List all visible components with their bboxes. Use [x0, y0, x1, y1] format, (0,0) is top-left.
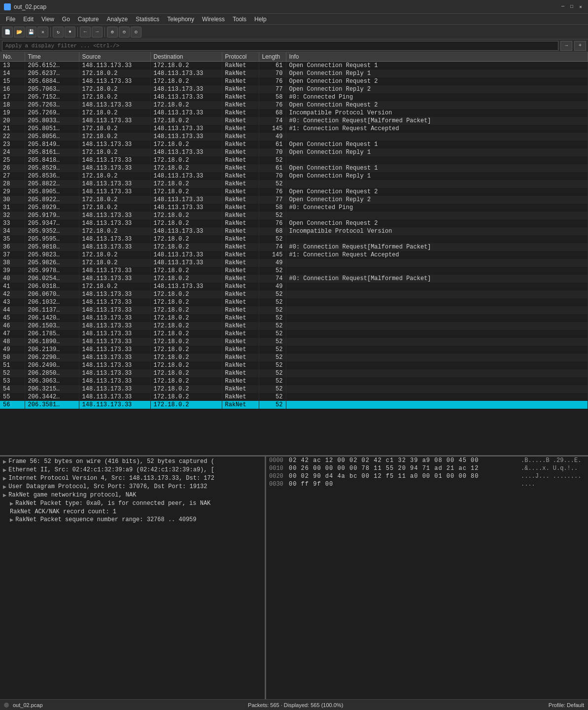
table-row[interactable]: 49206.2139…148.113.173.33172.18.0.2RakNe…: [0, 346, 588, 354]
detail-item[interactable]: ▶ Frame 56: 52 bytes on wire (416 bits),…: [0, 458, 265, 466]
table-row[interactable]: 13205.6152…148.113.173.33172.18.0.2RakNe…: [0, 62, 588, 70]
table-row[interactable]: 26205.8529…148.113.173.33172.18.0.2RakNe…: [0, 164, 588, 172]
toolbar-fwd-button[interactable]: →: [92, 27, 103, 37]
toolbar-zoom-out-button[interactable]: ⊖: [119, 27, 130, 37]
table-row[interactable]: 31205.8929…172.18.0.2148.113.173.33RakNe…: [0, 204, 588, 212]
menu-item-go[interactable]: Go: [58, 15, 74, 24]
table-row[interactable]: 29205.8905…148.113.173.33172.18.0.2RakNe…: [0, 188, 588, 196]
table-row[interactable]: 52206.2850…148.113.173.33172.18.0.2RakNe…: [0, 369, 588, 377]
table-row[interactable]: 19205.7269…172.18.0.2148.113.173.33RakNe…: [0, 109, 588, 117]
table-row[interactable]: 47206.1785…148.113.173.33172.18.0.2RakNe…: [0, 330, 588, 338]
hex-panel[interactable]: 000002 42 ac 12 00 02 02 42 c1 32 39 a9 …: [266, 457, 588, 699]
table-row[interactable]: 54206.3215…148.113.173.33172.18.0.2RakNe…: [0, 385, 588, 393]
table-row[interactable]: 40206.0254…148.113.173.33172.18.0.2RakNe…: [0, 275, 588, 283]
menu-item-help[interactable]: Help: [250, 15, 271, 24]
detail-item[interactable]: RakNet ACK/NAK record count: 1: [0, 508, 265, 516]
table-row[interactable]: 43206.1032…148.113.173.33172.18.0.2RakNe…: [0, 298, 588, 306]
table-row[interactable]: 46206.1503…148.113.173.33172.18.0.2RakNe…: [0, 322, 588, 330]
table-row[interactable]: 41206.0318…172.18.0.2148.113.173.33RakNe…: [0, 283, 588, 290]
table-row[interactable]: 16205.7063…172.18.0.2148.113.173.33RakNe…: [0, 85, 588, 93]
col-header-protocol[interactable]: Protocol: [222, 52, 259, 62]
table-row[interactable]: 45206.1420…148.113.173.33172.18.0.2RakNe…: [0, 314, 588, 322]
table-row[interactable]: 22205.8056…172.18.0.2148.113.173.33RakNe…: [0, 133, 588, 141]
detail-item[interactable]: ▶ Ethernet II, Src: 02:42:c1:32:39:a9 (0…: [0, 466, 265, 474]
menu-item-capture[interactable]: Capture: [74, 15, 103, 24]
table-row[interactable]: 24205.8161…172.18.0.2148.113.173.33RakNe…: [0, 148, 588, 156]
bottom-panels: ▶ Frame 56: 52 bytes on wire (416 bits),…: [0, 457, 588, 699]
detail-item[interactable]: ▶ Internet Protocol Version 4, Src: 148.…: [0, 474, 265, 483]
status-packets: Packets: 565 · Displayed: 565 (100.0%): [248, 702, 343, 708]
table-row[interactable]: 56206.3581…148.113.173.33172.18.0.2RakNe…: [0, 401, 588, 409]
cell-destination: 172.18.0.2: [150, 267, 222, 275]
menu-item-analyze[interactable]: Analyze: [103, 15, 132, 24]
cell-length: 52: [259, 377, 286, 385]
cell-protocol: RakNet: [222, 70, 259, 77]
table-row[interactable]: 17205.7152…172.18.0.2148.113.173.33RakNe…: [0, 93, 588, 101]
detail-item[interactable]: ▶ User Datagram Protocol, Src Port: 3707…: [0, 483, 265, 491]
filter-arrow-button[interactable]: →: [560, 41, 572, 51]
toolbar-zoom-reset-button[interactable]: ⊙: [131, 27, 141, 37]
toolbar-back-button[interactable]: ←: [80, 27, 91, 37]
detail-item[interactable]: ▶ RakNet Packet type: 0xa0, is for conne…: [0, 499, 265, 508]
table-row[interactable]: 37205.9823…172.18.0.2148.113.173.33RakNe…: [0, 251, 588, 259]
table-row[interactable]: 48206.1890…148.113.173.33172.18.0.2RakNe…: [0, 338, 588, 346]
menu-item-wireless[interactable]: Wireless: [198, 15, 229, 24]
table-row[interactable]: 27205.8536…172.18.0.2148.113.173.33RakNe…: [0, 172, 588, 180]
toolbar-new-button[interactable]: 📄: [2, 27, 13, 37]
table-row[interactable]: 18205.7263…148.113.173.33172.18.0.2RakNe…: [0, 101, 588, 109]
table-row[interactable]: 55206.3442…148.113.173.33172.18.0.2RakNe…: [0, 393, 588, 401]
table-row[interactable]: 50206.2290…148.113.173.33172.18.0.2RakNe…: [0, 354, 588, 361]
toolbar-zoom-in-button[interactable]: ⊕: [107, 27, 118, 37]
col-header-length[interactable]: Length: [259, 52, 286, 62]
table-row[interactable]: 53206.3063…148.113.173.33172.18.0.2RakNe…: [0, 377, 588, 385]
menu-item-statistics[interactable]: Statistics: [132, 15, 163, 24]
packet-list-container[interactable]: No. Time Source Destination Protocol Len…: [0, 52, 588, 457]
detail-arrow-icon: ▶: [3, 483, 6, 491]
toolbar-reload-button[interactable]: ↻: [53, 27, 64, 37]
toolbar-open-button[interactable]: 📂: [14, 27, 25, 37]
table-row[interactable]: 20205.8033…148.113.173.33172.18.0.2RakNe…: [0, 117, 588, 125]
table-row[interactable]: 35205.9595…148.113.173.33172.18.0.2RakNe…: [0, 235, 588, 243]
table-row[interactable]: 15205.6884…148.113.173.33172.18.0.2RakNe…: [0, 77, 588, 85]
table-row[interactable]: 28205.8822…148.113.173.33172.18.0.2RakNe…: [0, 180, 588, 188]
menu-item-view[interactable]: View: [37, 15, 58, 24]
table-row[interactable]: 23205.8149…148.113.173.33172.18.0.2RakNe…: [0, 141, 588, 148]
table-row[interactable]: 36205.9810…148.113.173.33172.18.0.2RakNe…: [0, 243, 588, 251]
col-header-destination[interactable]: Destination: [150, 52, 222, 62]
table-row[interactable]: 38205.9826…172.18.0.2148.113.173.33RakNe…: [0, 259, 588, 267]
menu-item-tools[interactable]: Tools: [229, 15, 250, 24]
col-header-source[interactable]: Source: [79, 52, 150, 62]
toolbar-close-button[interactable]: ✕: [37, 27, 48, 37]
menu-item-telephony[interactable]: Telephony: [163, 15, 198, 24]
detail-item[interactable]: ▶ RakNet game networking protocol, NAK: [0, 491, 265, 499]
detail-arrow-icon: ▶: [3, 466, 6, 474]
maximize-button[interactable]: □: [568, 3, 575, 10]
col-header-time[interactable]: Time: [25, 52, 79, 62]
table-row[interactable]: 44206.1137…148.113.173.33172.18.0.2RakNe…: [0, 306, 588, 314]
cell-info: Open Connection Request 1: [286, 141, 588, 148]
table-row[interactable]: 51206.2490…148.113.173.33172.18.0.2RakNe…: [0, 361, 588, 369]
detail-panel[interactable]: ▶ Frame 56: 52 bytes on wire (416 bits),…: [0, 457, 266, 699]
close-button[interactable]: ✕: [577, 3, 584, 10]
filter-plus-button[interactable]: +: [574, 41, 586, 51]
detail-item[interactable]: ▶ RakNet Packet sequence number range: 3…: [0, 516, 265, 524]
table-row[interactable]: 14205.6237…172.18.0.2148.113.173.33RakNe…: [0, 70, 588, 77]
minimize-button[interactable]: ─: [559, 3, 566, 10]
col-header-info[interactable]: Info: [286, 52, 588, 62]
table-row[interactable]: 30205.8922…172.18.0.2148.113.173.33RakNe…: [0, 196, 588, 204]
table-row[interactable]: 32205.9179…148.113.173.33172.18.0.2RakNe…: [0, 212, 588, 219]
filter-input[interactable]: [2, 41, 558, 51]
table-row[interactable]: 25205.8418…148.113.173.33172.18.0.2RakNe…: [0, 156, 588, 164]
table-row[interactable]: 42206.0670…148.113.173.33172.18.0.2RakNe…: [0, 290, 588, 298]
col-header-no[interactable]: No.: [0, 52, 25, 62]
table-row[interactable]: 33205.9347…148.113.173.33172.18.0.2RakNe…: [0, 219, 588, 227]
toolbar-capture-button[interactable]: ●: [65, 27, 75, 37]
toolbar-save-button[interactable]: 💾: [26, 27, 36, 37]
status-left: out_02.pcap: [4, 702, 43, 708]
table-row[interactable]: 39205.9978…148.113.173.33172.18.0.2RakNe…: [0, 267, 588, 275]
cell-protocol: RakNet: [222, 188, 259, 196]
table-row[interactable]: 34205.9352…172.18.0.2148.113.173.33RakNe…: [0, 227, 588, 235]
menu-item-file[interactable]: File: [2, 15, 19, 24]
menu-item-edit[interactable]: Edit: [19, 15, 37, 24]
table-row[interactable]: 21205.8051…172.18.0.2148.113.173.33RakNe…: [0, 125, 588, 133]
